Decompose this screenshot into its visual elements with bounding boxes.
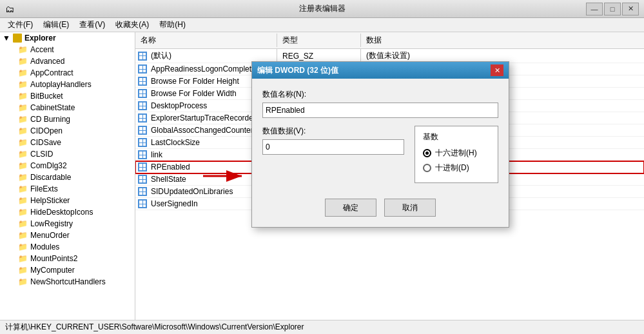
radio-hex[interactable]: 十六进制(H): [423, 148, 490, 159]
reg-icon-global: [138, 126, 147, 135]
folder-icon: ▼: [3, 34, 10, 43]
folder-icon-clsid: 📁: [18, 150, 28, 159]
tree-label-advanced: Advanced: [30, 57, 64, 66]
maximize-button[interactable]: □: [604, 3, 621, 15]
reg-icon-explorer: [138, 113, 147, 123]
tree-label-comdlg32: ComDlg32: [30, 161, 67, 170]
menu-edit[interactable]: 编辑(E): [38, 18, 74, 32]
tree-label-fileexts: FileExts: [30, 184, 58, 193]
menu-view[interactable]: 查看(V): [74, 18, 110, 32]
reg-icon-default: [138, 52, 147, 61]
tree-label-newshortcut: NewShortcutHandlers: [30, 277, 106, 286]
tree-item-advanced[interactable]: 📁 Advanced: [0, 55, 135, 67]
tree-item-modules[interactable]: 📁 Modules: [0, 241, 135, 253]
tree-item-newshortcut[interactable]: 📁 NewShortcutHandlers: [0, 276, 135, 288]
edit-dword-dialog[interactable]: 编辑 DWORD (32 位)值 ✕ 数值名称(N): 数值数据(V): 基数 …: [251, 61, 509, 228]
radio-dec[interactable]: 十进制(D): [423, 162, 490, 173]
folder-icon-appcontract: 📁: [18, 68, 28, 77]
tree-item-cabinetstate[interactable]: 📁 CabinetState: [0, 102, 135, 113]
minimize-button[interactable]: —: [586, 3, 603, 15]
tree-item-hidedesktop[interactable]: 📁 HideDesktopIcons: [0, 206, 135, 218]
tree-item-cdburning[interactable]: 📁 CD Burning: [0, 113, 135, 125]
tree-item-clsid[interactable]: 📁 CLSID: [0, 148, 135, 160]
col-header-data: 数据: [361, 34, 644, 47]
dialog-title: 编辑 DWORD (32 位)值: [257, 65, 338, 76]
folder-icon-mycomputer: 📁: [18, 266, 28, 275]
reg-icon-link: [138, 150, 147, 159]
status-text: 计算机\HKEY_CURRENT_USER\Software\Microsoft…: [5, 322, 304, 333]
radio-dec-circle: [423, 164, 431, 172]
ok-button[interactable]: 确定: [325, 199, 376, 217]
radio-hex-label: 十六进制(H): [435, 148, 477, 159]
tree-item-cidopen[interactable]: 📁 CIDOpen: [0, 125, 135, 137]
folder-icon-helpsticker: 📁: [18, 196, 28, 205]
col-header-type: 类型: [277, 34, 361, 47]
tree-label-menuorder: MenuOrder: [30, 231, 70, 240]
dialog-close-button[interactable]: ✕: [491, 64, 503, 76]
folder-icon-advanced: 📁: [18, 57, 28, 66]
red-arrow-svg: [200, 166, 251, 186]
reg-icon-shellstate: [138, 175, 147, 184]
dialog-footer: 确定 取消: [252, 193, 509, 227]
app-icon: 🗂: [5, 4, 14, 14]
tree-label-bitbucket: BitBucket: [30, 92, 63, 101]
reg-icon-sidupdated: [138, 187, 147, 196]
reg-icon-appreadiness: [138, 64, 147, 74]
value-data-input[interactable]: [262, 139, 404, 155]
folder-icon-autoplay: 📁: [18, 80, 28, 89]
reg-icon-rpenabled: [138, 162, 147, 172]
close-button[interactable]: ✕: [622, 3, 639, 15]
folder-icon-cidsave: 📁: [18, 138, 28, 147]
reg-icon-bffw: [138, 89, 147, 98]
cell-name-default: (默认): [135, 49, 277, 63]
tree-root[interactable]: ▼ Explorer: [0, 32, 135, 44]
cell-data-default: (数值未设置): [361, 49, 644, 63]
tree-label-mountpoints2: MountPoints2: [30, 254, 77, 263]
radio-hex-circle: [423, 149, 431, 157]
arrow-indicator: [200, 166, 251, 190]
radio-dec-label: 十进制(D): [435, 162, 469, 173]
title-bar: 🗂 注册表编辑器 — □ ✕: [0, 0, 644, 18]
folder-icon-cidopen: 📁: [18, 126, 28, 135]
tree-label-lowregistry: LowRegistry: [30, 219, 73, 228]
value-name-label: 数值名称(N):: [262, 89, 498, 100]
tree-item-discardable[interactable]: 📁 Discardable: [0, 172, 135, 183]
base-label: 基数: [423, 132, 490, 142]
tree-item-accent[interactable]: 📁 Accent: [0, 44, 135, 55]
tree-item-mycomputer[interactable]: 📁 MyComputer: [0, 264, 135, 276]
dialog-body: 数值名称(N): 数值数据(V): 基数 十六进制(H) 十进制(D): [252, 79, 509, 193]
folder-icon-cabinetstate: 📁: [18, 103, 28, 112]
tree-item-comdlg32[interactable]: 📁 ComDlg32: [0, 160, 135, 172]
status-bar: 计算机\HKEY_CURRENT_USER\Software\Microsoft…: [0, 320, 644, 334]
tree-label-clsid: CLSID: [30, 150, 53, 159]
tree-item-helpsticker[interactable]: 📁 HelpSticker: [0, 195, 135, 206]
table-header: 名称 类型 数据: [135, 32, 644, 49]
tree-panel[interactable]: ▼ Explorer 📁 Accent 📁 Advanced 📁 AppCont…: [0, 32, 135, 320]
menu-help[interactable]: 帮助(H): [154, 18, 191, 32]
tree-label-helpsticker: HelpSticker: [30, 196, 70, 205]
folder-icon-menuorder: 📁: [18, 231, 28, 240]
menu-favorites[interactable]: 收藏夹(A): [110, 18, 154, 32]
tree-label-cdburning: CD Burning: [30, 115, 70, 124]
value-name-input[interactable]: [262, 103, 498, 118]
value-data-label: 数值数据(V):: [262, 126, 404, 137]
menu-file[interactable]: 文件(F): [3, 18, 38, 32]
folder-icon-bitbucket: 📁: [18, 92, 28, 101]
reg-icon-usersigned: [138, 199, 147, 208]
folder-icon-discardable: 📁: [18, 173, 28, 182]
tree-item-appcontract[interactable]: 📁 AppContract: [0, 67, 135, 79]
tree-item-lowregistry[interactable]: 📁 LowRegistry: [0, 218, 135, 230]
tree-item-cidsave[interactable]: 📁 CIDSave: [0, 137, 135, 148]
cancel-button[interactable]: 取消: [384, 199, 436, 217]
folder-icon-lowregistry: 📁: [18, 219, 28, 228]
tree-item-fileexts[interactable]: 📁 FileExts: [0, 183, 135, 195]
reg-icon-bffh: [138, 77, 147, 86]
tree-label-autoplay: AutoplayHandlers: [30, 80, 92, 89]
tree-item-mountpoints2[interactable]: 📁 MountPoints2: [0, 253, 135, 264]
tree-item-bitbucket[interactable]: 📁 BitBucket: [0, 90, 135, 102]
tree-item-menuorder[interactable]: 📁 MenuOrder: [0, 230, 135, 241]
folder-icon-mountpoints2: 📁: [18, 254, 28, 263]
folder-icon-comdlg32: 📁: [18, 161, 28, 170]
tree-item-autoplay[interactable]: 📁 AutoplayHandlers: [0, 79, 135, 90]
tree-label-accent: Accent: [30, 45, 54, 54]
